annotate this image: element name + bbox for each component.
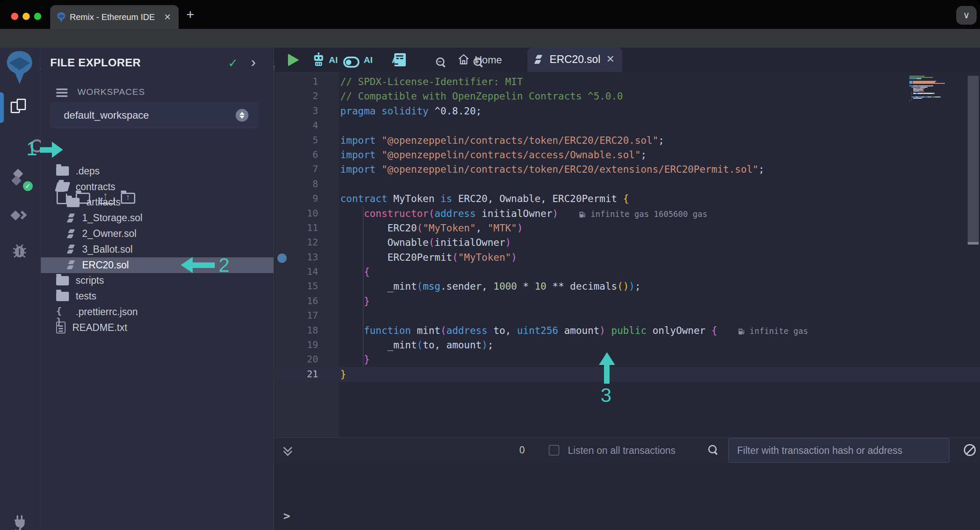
breakpoint-dot[interactable] [277, 254, 287, 263]
code-line[interactable]: 6import "@openzeppelin/contracts/access/… [274, 148, 980, 162]
code-line[interactable]: 17 [274, 308, 980, 323]
clear-console-icon[interactable] [964, 444, 976, 456]
code-text: // SPDX-License-Identifier: MIT [339, 74, 523, 89]
transaction-filter-input[interactable] [728, 438, 949, 463]
line-number: 18 [274, 323, 339, 338]
editor-tab-erc20[interactable]: ERC20.sol ✕ [527, 48, 622, 72]
run-script-button[interactable] [288, 54, 299, 66]
file-tree-item[interactable]: 3_Ballot.sol [41, 242, 273, 257]
code-line[interactable]: 2// Compatible with OpenZeppelin Contrac… [274, 89, 980, 103]
listen-all-transactions-label[interactable]: Listen on all transactions [568, 445, 675, 456]
code-line[interactable]: 16 } [274, 294, 980, 308]
terminal-prompt[interactable]: > [283, 509, 290, 522]
code-line[interactable]: 20 } [274, 352, 980, 367]
panel-expand-chevron-icon[interactable]: › [251, 54, 256, 70]
listen-all-transactions-checkbox[interactable] [549, 445, 559, 456]
file-explorer-icon[interactable] [11, 99, 29, 114]
code-line[interactable]: 15 _mint(msg.sender, 1000 * 10 ** decima… [274, 279, 980, 293]
folder-open-icon [55, 182, 70, 191]
home-tab-label[interactable]: Home [475, 54, 502, 66]
terminal-search-icon[interactable] [708, 445, 718, 455]
new-tab-button[interactable]: + [186, 10, 194, 19]
indent-guide [363, 206, 364, 367]
file-tree-item[interactable]: README.txt [41, 320, 273, 336]
code-line[interactable]: 12 Ownable(initialOwner) [274, 235, 980, 250]
code-text: import "@openzeppelin/contracts/access/O… [339, 148, 647, 162]
terminal-bar: 0 Listen on all transactions [274, 438, 980, 463]
code-line[interactable]: 10 constructor(address initialOwner)infi… [274, 206, 980, 221]
workspace-select[interactable]: default_workspace [50, 102, 259, 128]
panel-title: FILE EXPLORER [50, 56, 141, 69]
editor-tab-close-icon[interactable]: ✕ [606, 53, 615, 65]
transaction-count-badge: 0 [519, 445, 525, 456]
gas-estimate-annotation: infinite gas [738, 326, 808, 336]
browser-tab-title: Remix - Ethereum IDE [70, 12, 155, 22]
folder-closed-icon [56, 276, 69, 285]
file-tree-item[interactable]: .deps [41, 163, 273, 179]
tab-search-button[interactable]: ∨ [956, 6, 977, 25]
file-tree-item[interactable]: 1_Storage.sol [41, 210, 273, 226]
browser-navbar: ← → ⟳ remix.ethereum.org/#lang=en&optimi… [0, 29, 980, 48]
code-line[interactable]: 14 { [274, 265, 980, 279]
minimize-window-button[interactable] [23, 13, 30, 20]
file-tree-item[interactable]: ERC20.sol [41, 257, 273, 273]
annotation-3-label: 3 [601, 384, 612, 407]
workspace-sort-icon[interactable] [236, 109, 248, 122]
close-window-button[interactable] [11, 13, 18, 20]
panel-check-icon[interactable]: ✓ [228, 56, 238, 70]
ai-robot-icon[interactable] [311, 52, 326, 67]
code-line[interactable]: 5import "@openzeppelin/contracts/token/E… [274, 133, 980, 148]
line-number: 9 [274, 191, 339, 206]
file-tree-item[interactable]: tests [41, 288, 273, 304]
file-tree-item[interactable]: artifacts [41, 195, 273, 211]
file-tree-item[interactable]: .prettierrc.json [41, 304, 273, 320]
code-text: import "@openzeppelin/contracts/token/ER… [339, 133, 664, 148]
line-number: 21 [274, 367, 339, 382]
code-line[interactable]: 19 _mint(to, amount); [274, 338, 980, 352]
code-text: pragma solidity ^0.8.20; [339, 104, 481, 118]
code-text: { [339, 265, 370, 279]
solidity-icon [67, 212, 75, 224]
solidity-icon [67, 228, 75, 240]
code-text: function mint(address to, uint256 amount… [339, 323, 808, 338]
tab-close-icon[interactable]: ✕ [164, 12, 171, 22]
ai-robot-label: AI [329, 55, 338, 65]
code-line[interactable]: 1// SPDX-License-Identifier: MIT [274, 74, 980, 89]
code-line[interactable]: 9contract MyToken is ERC20, Ownable, ERC… [274, 191, 980, 206]
minimap[interactable] [909, 76, 952, 102]
file-tree-label: artifacts [86, 197, 121, 208]
maximize-window-button[interactable] [34, 13, 41, 20]
debugger-icon[interactable] [10, 242, 29, 259]
plugin-manager-icon[interactable] [11, 515, 28, 530]
line-number: 1 [274, 74, 339, 89]
code-text [339, 177, 340, 191]
browser-tab[interactable]: Remix - Ethereum IDE ✕ [50, 5, 179, 29]
remix-logo[interactable] [6, 50, 34, 85]
terminal-collapse-icon[interactable] [282, 445, 293, 455]
file-tree-item[interactable]: contracts [41, 179, 273, 195]
file-tree-item[interactable]: scripts [41, 273, 273, 289]
file-tree-label: scripts [76, 275, 104, 286]
code-line[interactable]: 11 ERC20("MyToken", "MTK") [274, 221, 980, 235]
workspace-menu-icon[interactable] [56, 88, 68, 90]
editor-area: AI AI AI − + Home ERC20.sol ✕ 1// SPDX-L… [274, 48, 980, 437]
code-line[interactable]: 18 function mint(address to, uint256 amo… [274, 323, 980, 338]
file-text-icon [56, 322, 66, 333]
home-icon[interactable] [457, 53, 470, 66]
code-line[interactable]: 3pragma solidity ^0.8.20; [274, 104, 980, 118]
file-tree-label: 3_Ballot.sol [82, 244, 133, 255]
arrow-up-icon [599, 352, 615, 365]
code-text: import "@openzeppelin/contracts/token/ER… [339, 162, 764, 177]
code-editor[interactable]: 1// SPDX-License-Identifier: MIT2// Comp… [274, 72, 980, 437]
code-line[interactable]: 13 ERC20Permit("MyToken") [274, 250, 980, 265]
code-line[interactable]: 8 [274, 177, 980, 191]
ai-toggle-icon[interactable] [343, 57, 359, 68]
code-line[interactable]: 7import "@openzeppelin/contracts/token/E… [274, 162, 980, 177]
editor-scrollbar[interactable] [968, 76, 979, 245]
code-text [339, 118, 340, 133]
code-line[interactable]: 21} [274, 367, 980, 382]
ai-docs-label: AI [392, 55, 401, 65]
zoom-out-icon[interactable]: − [436, 57, 446, 68]
code-line[interactable]: 4 [274, 118, 980, 133]
file-tree-item[interactable]: 2_Owner.sol [41, 226, 273, 242]
